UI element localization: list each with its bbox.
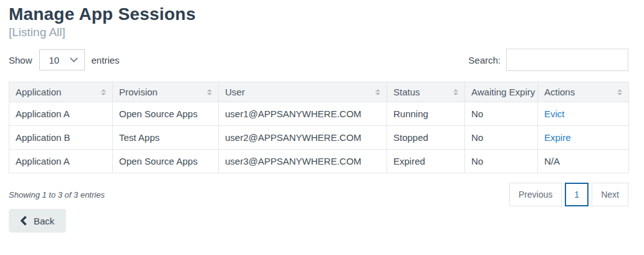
- page-size-value: 10: [49, 55, 60, 65]
- sessions-table: Application Provision User Status Awaiti…: [9, 82, 629, 173]
- entries-summary: Showing 1 to 3 of 3 entries: [9, 190, 105, 200]
- cell-awaiting-expiry: No: [465, 150, 538, 173]
- column-header-provision[interactable]: Provision: [113, 82, 219, 102]
- expire-link[interactable]: Expire: [544, 132, 571, 143]
- table-row: Application B Test Apps user2@APPSANYWHE…: [9, 126, 629, 150]
- sort-updown-icon: [207, 89, 212, 95]
- cell-provision: Open Source Apps: [113, 150, 219, 173]
- page-length-control: Show 10 entries: [9, 49, 120, 70]
- cell-status: Stopped: [387, 126, 465, 150]
- table-header-row: Application Provision User Status Awaiti…: [9, 82, 629, 102]
- column-header-user[interactable]: User: [219, 82, 387, 102]
- cell-actions: Expire: [538, 126, 629, 150]
- page-1-button[interactable]: 1: [565, 183, 589, 206]
- chevron-left-icon: [21, 216, 27, 226]
- back-button[interactable]: Back: [9, 209, 66, 233]
- manage-app-sessions-page: Manage App Sessions [Listing All] Show 1…: [0, 0, 644, 233]
- cell-user: user1@APPSANYWHERE.COM: [219, 102, 387, 126]
- table-row: Application A Open Source Apps user3@APP…: [9, 150, 629, 173]
- cell-user: user2@APPSANYWHERE.COM: [219, 126, 387, 150]
- cell-actions: Evict: [538, 102, 629, 126]
- table-footer: Showing 1 to 3 of 3 entries Previous 1 N…: [9, 183, 628, 206]
- table-row: Application A Open Source Apps user1@APP…: [9, 102, 629, 126]
- search-control: Search:: [468, 49, 628, 71]
- cell-status: Running: [387, 102, 465, 126]
- cell-application: Application A: [9, 150, 113, 173]
- cell-application: Application A: [9, 102, 113, 126]
- cell-awaiting-expiry: No: [465, 102, 538, 126]
- cell-provision: Test Apps: [113, 126, 219, 150]
- evict-link[interactable]: Evict: [544, 108, 565, 119]
- previous-button[interactable]: Previous: [509, 183, 562, 206]
- search-input[interactable]: [506, 49, 628, 71]
- cell-user: user3@APPSANYWHERE.COM: [219, 150, 387, 173]
- page-subtitle: [Listing All]: [9, 25, 628, 40]
- column-header-awaiting-expiry[interactable]: Awaiting Expiry: [465, 82, 538, 102]
- cell-actions: N/A: [538, 150, 629, 173]
- column-label: User: [225, 87, 245, 97]
- next-button[interactable]: Next: [592, 183, 628, 206]
- chevron-down-icon: [70, 54, 78, 62]
- cell-application: Application B: [9, 126, 113, 150]
- sort-updown-icon: [617, 89, 622, 95]
- entries-label: entries: [92, 55, 120, 65]
- cell-provision: Open Source Apps: [113, 102, 219, 126]
- page-size-select[interactable]: 10: [39, 49, 85, 70]
- column-header-status[interactable]: Status: [387, 82, 465, 102]
- show-label: Show: [9, 55, 32, 65]
- column-label: Status: [393, 87, 420, 97]
- back-label: Back: [34, 216, 54, 226]
- column-label: Provision: [119, 87, 158, 97]
- cell-status: Expired: [387, 150, 465, 173]
- column-header-actions[interactable]: Actions: [538, 82, 629, 102]
- table-controls: Show 10 entries Search:: [9, 49, 628, 71]
- pagination: Previous 1 Next: [509, 183, 628, 206]
- cell-awaiting-expiry: No: [465, 126, 538, 150]
- column-label: Actions: [544, 87, 575, 97]
- search-label: Search:: [468, 55, 501, 65]
- column-header-application[interactable]: Application: [9, 82, 113, 102]
- column-label: Awaiting Expiry: [471, 87, 535, 97]
- sort-updown-icon: [101, 89, 106, 95]
- column-label: Application: [16, 87, 61, 97]
- sort-updown-icon: [375, 89, 380, 95]
- sort-updown-icon: [453, 89, 458, 95]
- page-title: Manage App Sessions: [9, 4, 628, 25]
